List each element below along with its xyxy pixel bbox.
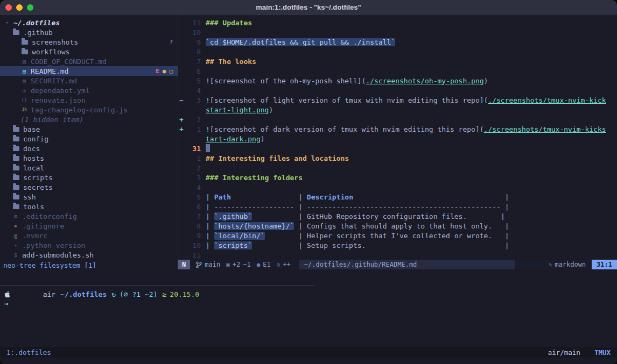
tree-item-1-hidden-item[interactable]: (1 hidden item) [0, 115, 178, 124]
diagnostics: ● E1 [257, 261, 271, 268]
window-title: main:1:.dotfiles - "ks~/.dotfiles" [0, 0, 617, 15]
tree-item-gitignore[interactable]: ◆.gitignore [0, 221, 178, 231]
tree-item-ssh[interactable]: ssh [0, 192, 178, 202]
line-number: 10 [186, 241, 201, 249]
tree-item-readme-md[interactable]: ▤README.mdE●▢ [0, 66, 178, 76]
tree-item-label: dependabot.yml [31, 87, 90, 95]
traffic-lights [5, 4, 33, 11]
tree-item-python-version[interactable]: ∗.python-version [0, 240, 178, 250]
editor-line[interactable]: 5![screenshot of the oh-my-posh shell](.… [178, 76, 617, 85]
neotree-statusline: neo-tree filesystem [1] [0, 261, 178, 270]
line-number: 1 [186, 125, 201, 133]
editor-line[interactable]: 4 [178, 182, 617, 192]
gutter-sign: + [178, 116, 186, 124]
tree-item-tools[interactable]: tools [0, 202, 178, 211]
tree-item-label: .nvmrc [22, 232, 47, 240]
tree-item-config[interactable]: config [0, 134, 178, 144]
tree-item-local[interactable]: local [0, 163, 178, 173]
mode-indicator: N [178, 260, 190, 269]
editor-line[interactable]: 8 [178, 47, 617, 56]
line-number: 2 [186, 164, 201, 172]
close-button[interactable] [5, 4, 12, 11]
node-segment: ≥ 20.15.0 [162, 290, 199, 298]
editor-line[interactable]: start-light.png) [178, 105, 617, 115]
tree-item-label: ssh [23, 193, 36, 201]
tree-item-nvmrc[interactable]: @.nvmrc [0, 231, 178, 240]
tmux-session: ▾~/.dotfiles.githubscreenshots?workflows… [0, 15, 617, 364]
tree-item-workflows[interactable]: workflows [0, 47, 178, 56]
editor-lines[interactable]: 11### Updates109`cd $HOME/.dotfiles && g… [178, 18, 617, 260]
editor-line[interactable]: 4 [178, 85, 617, 95]
folder-icon [13, 30, 19, 35]
pane-border[interactable] [0, 286, 315, 286]
tree-item-hosts[interactable]: hosts [0, 153, 178, 163]
line-number: 4 [186, 87, 201, 95]
file-py-icon: ∗ [12, 242, 19, 248]
tree-item-docs[interactable]: docs [0, 144, 178, 153]
editor-line[interactable]: 10 [178, 27, 617, 37]
tree-item-label: scripts [23, 174, 53, 182]
editor-line[interactable]: 11### Updates [178, 18, 617, 27]
tree-item-editorconfig[interactable]: ⚙.editorconfig [0, 211, 178, 221]
editor-line[interactable]: tart-dark.png) [178, 134, 617, 144]
tree-item-base[interactable]: base [0, 124, 178, 134]
editor-line-text: ### Interesting folders [201, 174, 303, 182]
diagnostics-count: E1 [263, 261, 270, 268]
editor-line[interactable]: 3### Interesting folders [178, 173, 617, 182]
tree-item-security-md[interactable]: ▤SECURITY.md [0, 76, 178, 85]
file-path: ~/.dotfiles/.github/README.md [299, 260, 515, 269]
tree-item-github[interactable]: .github [0, 27, 178, 37]
line-number: 4 [186, 183, 201, 191]
filetype-label: markdown [555, 261, 586, 268]
editor-line-text: | ------------------- | ----------------… [201, 203, 509, 211]
tmux-window-name[interactable]: 1:.dotfiles [6, 348, 51, 356]
folder-icon [13, 185, 19, 190]
prompt-arrow[interactable]: → [4, 299, 9, 309]
tree-item-label: .gitignore [22, 222, 64, 230]
lsp-status: ⊙ ++ [277, 261, 291, 268]
editor-line[interactable]: 2 [178, 163, 617, 173]
editor-line[interactable]: 9| `local/bin/` | Helper scripts that I'… [178, 231, 617, 240]
tree-item-tag-changelog-config-js[interactable]: JStag-changelog-config.js [0, 105, 178, 115]
editor-line-text [201, 144, 210, 153]
editor-line-text: | `local/bin/` | Helper scripts that I'v… [201, 232, 509, 240]
editor-line[interactable]: 7| `.github` | GitHub Repository configu… [178, 211, 617, 221]
tree-item-code-of-conduct-md[interactable]: ▤CODE_OF_CONDUCT.md [0, 56, 178, 66]
shell-prompt: air ~/.dotfiles ↻ (⌀ ?1 ~2) ≥ 20.15.0 [4, 289, 199, 299]
editor-line[interactable]: 9`cd $HOME/.dotfiles && git pull && ./in… [178, 37, 617, 47]
editor-line[interactable]: +1![screenshot of dark version of tmux w… [178, 124, 617, 134]
tree-item-dotfiles[interactable]: ▾~/.dotfiles [0, 18, 178, 27]
editor-line[interactable]: 8| `hosts/{hostname}/` | Configs that sh… [178, 221, 617, 231]
line-number: 3 [186, 174, 201, 182]
line-number: 5 [186, 193, 201, 201]
editor-line[interactable]: +2 [178, 115, 617, 124]
tree-item-scripts[interactable]: scripts [0, 173, 178, 182]
zoom-button[interactable] [27, 4, 33, 11]
tree-item-screenshots[interactable]: screenshots? [0, 37, 178, 47]
editor-line[interactable]: 6| ------------------- | ---------------… [178, 202, 617, 211]
diff-icon: ▣ [226, 261, 230, 268]
node-version: 20.15.0 [170, 290, 199, 298]
folder-icon [13, 204, 19, 209]
editor-line[interactable]: 11 [178, 250, 617, 260]
file-tree: ▾~/.dotfiles.githubscreenshots?workflows… [0, 18, 178, 260]
editor-line[interactable]: 6 [178, 66, 617, 76]
editor-line[interactable]: 31 [178, 144, 617, 153]
editor-line[interactable]: ~3![screenshot of light version of tmux … [178, 95, 617, 105]
editor-line-text: `cd $HOME/.dotfiles && git pull && ./ins… [201, 38, 395, 46]
minimize-button[interactable] [16, 4, 23, 11]
editor-line[interactable]: 5| Path | Description | [178, 192, 617, 202]
tree-item-dependabot-yml[interactable]: ◎dependabot.yml [0, 85, 178, 95]
tree-item-renovate-json[interactable]: {}renovate.json [0, 95, 178, 105]
file-sh-icon: $ [12, 252, 19, 258]
titlebar: main:1:.dotfiles - "ks~/.dotfiles" [0, 0, 617, 16]
tree-item-add-submodules-sh[interactable]: $add-submodules.sh [0, 250, 178, 260]
editor-line[interactable]: 10| `scripts` | Setup scripts. | [178, 240, 617, 250]
apple-icon [4, 275, 38, 314]
tree-item-label: .editorconfig [22, 212, 77, 220]
file-yml-icon: ◎ [20, 88, 28, 94]
cursor-position: 31:1 [592, 260, 617, 269]
tree-item-secrets[interactable]: secrets [0, 182, 178, 192]
editor-line[interactable]: 7## The looks [178, 56, 617, 66]
editor-line[interactable]: 1## Interesting files and locations [178, 153, 617, 163]
